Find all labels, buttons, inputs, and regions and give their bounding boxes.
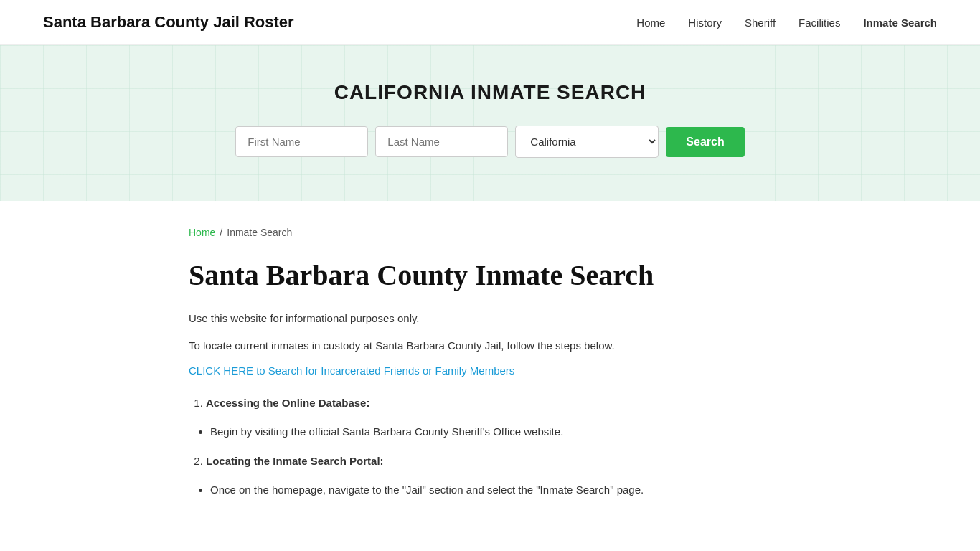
instructions: Accessing the Online Database: Begin by … xyxy=(189,394,791,499)
first-name-input[interactable] xyxy=(235,126,368,157)
breadcrumb-current: Inmate Search xyxy=(227,227,292,238)
site-title: Santa Barbara County Jail Roster xyxy=(43,13,294,32)
search-button[interactable]: Search xyxy=(666,127,744,157)
main-nav: Home History Sheriff Facilities Inmate S… xyxy=(636,17,937,29)
page-title: Santa Barbara County Inmate Search xyxy=(189,258,791,293)
breadcrumb-separator: / xyxy=(220,227,222,238)
step-2-label: Locating the Inmate Search Portal: xyxy=(206,455,384,467)
nav-inmate-search[interactable]: Inmate Search xyxy=(863,17,937,29)
step-1-block: Accessing the Online Database: Begin by … xyxy=(189,394,791,441)
step-1-label: Accessing the Online Database: xyxy=(206,397,369,409)
site-header: Santa Barbara County Jail Roster Home Hi… xyxy=(0,0,980,45)
hero-title: CALIFORNIA INMATE SEARCH xyxy=(14,81,966,104)
search-form: California Alabama Alaska Arizona Arkans… xyxy=(14,126,966,158)
intro-paragraph-2: To locate current inmates in custody at … xyxy=(189,337,791,354)
nav-sheriff[interactable]: Sheriff xyxy=(745,17,776,29)
hero-section: CALIFORNIA INMATE SEARCH California Alab… xyxy=(0,45,980,201)
nav-facilities[interactable]: Facilities xyxy=(798,17,840,29)
step-2-block: Locating the Inmate Search Portal: Once … xyxy=(189,452,791,499)
nav-history[interactable]: History xyxy=(688,17,722,29)
main-content: Home / Inmate Search Santa Barbara Count… xyxy=(160,201,820,551)
intro-paragraph-1: Use this website for informational purpo… xyxy=(189,310,791,327)
breadcrumb-home[interactable]: Home xyxy=(189,227,215,238)
step-1-bullet: Begin by visiting the official Santa Bar… xyxy=(210,423,791,441)
last-name-input[interactable] xyxy=(375,126,508,157)
nav-home[interactable]: Home xyxy=(636,17,665,29)
incarcerated-search-link[interactable]: CLICK HERE to Search for Incarcerated Fr… xyxy=(189,364,791,377)
state-select[interactable]: California Alabama Alaska Arizona Arkans… xyxy=(515,126,659,158)
breadcrumb: Home / Inmate Search xyxy=(189,227,791,238)
step-2-bullet: Once on the homepage, navigate to the "J… xyxy=(210,481,791,499)
